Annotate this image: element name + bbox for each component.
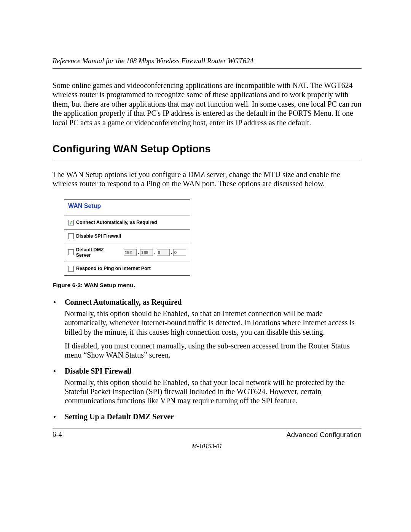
dmz-ip-group: 192 . 168 . 0 . 0 [124,249,186,256]
wan-row-disable-spi: Disable SPI Firewall [64,229,190,243]
bullet-icon: • [53,367,65,410]
bullet-item: • Disable SPI Firewall Normally, this op… [53,367,362,410]
page-footer: 6-4 Advanced Configuration [53,428,362,439]
section-intro: The WAN Setup options let you configure … [53,170,362,189]
bullet-icon: • [53,298,65,364]
bullet-heading: Connect Automatically, as Required [65,298,362,307]
figure-caption: Figure 6-2: WAN Setup menu. [53,282,362,289]
dmz-ip-octet-2[interactable]: 168 [140,249,153,256]
ip-dot-icon: . [170,250,172,255]
checkbox-disable-spi[interactable] [68,233,74,239]
bullet-item: • Connect Automatically, as Required Nor… [53,298,362,364]
checkbox-dmz[interactable] [68,249,74,255]
wan-label-respond-ping: Respond to Ping on Internet Port [76,266,151,271]
bullet-item: • Setting Up a Default DMZ Server [53,412,362,423]
wan-setup-panel: WAN Setup ✓ Connect Automatically, as Re… [64,199,190,276]
bullet-list: • Connect Automatically, as Required Nor… [53,298,362,423]
checkbox-connect-auto[interactable]: ✓ [68,220,74,225]
bullet-paragraph: If disabled, you must connect manually, … [65,341,362,360]
wan-row-connect-auto: ✓ Connect Automatically, as Required [64,216,190,229]
bullet-heading: Disable SPI Firewall [65,367,362,375]
ip-dot-icon: . [154,250,156,255]
bullet-paragraph: Normally, this option should be Enabled,… [65,309,362,337]
checkbox-respond-ping[interactable] [68,266,74,272]
wan-label-dmz: Default DMZ Server [76,247,119,258]
footer-section-name: Advanced Configuration [287,431,362,439]
wan-row-dmz: Default DMZ Server 192 . 168 . 0 . 0 [64,243,190,262]
bullet-icon: • [53,412,65,423]
ip-dot-icon: . [137,250,139,255]
bullet-heading: Setting Up a Default DMZ Server [65,412,362,421]
wan-setup-title: WAN Setup [64,200,190,216]
intro-paragraph: Some online games and videoconferencing … [53,81,362,127]
wan-label-disable-spi: Disable SPI Firewall [76,233,121,239]
wan-row-respond-ping: Respond to Ping on Internet Port [64,262,190,275]
running-header: Reference Manual for the 108 Mbps Wirele… [53,57,362,69]
section-heading: Configuring WAN Setup Options [53,143,362,159]
bullet-paragraph: Normally, this option should be Enabled,… [65,378,362,406]
dmz-ip-octet-1[interactable]: 192 [124,249,137,256]
wan-label-connect-auto: Connect Automatically, as Required [76,220,157,225]
document-number: M-10153-01 [53,443,362,450]
page-number: 6-4 [53,431,62,439]
dmz-ip-octet-4[interactable]: 0 [173,249,186,256]
dmz-ip-octet-3[interactable]: 0 [157,249,170,256]
